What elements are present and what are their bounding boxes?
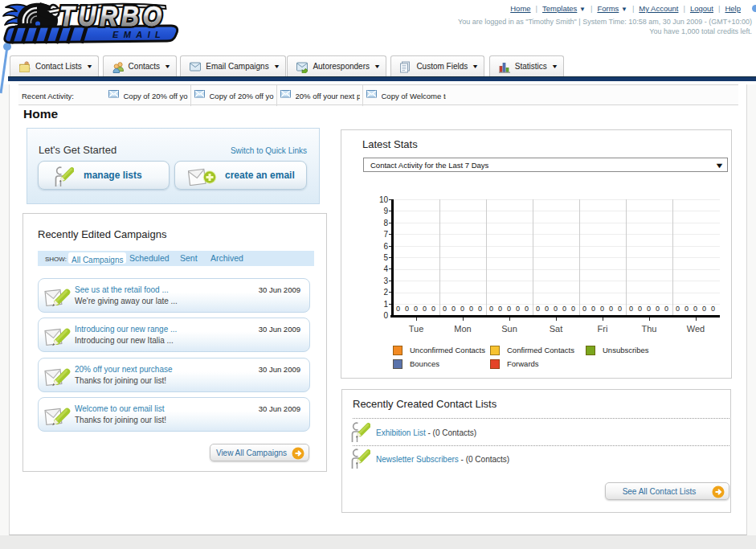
svg-text:TURBO: TURBO [59,0,166,32]
